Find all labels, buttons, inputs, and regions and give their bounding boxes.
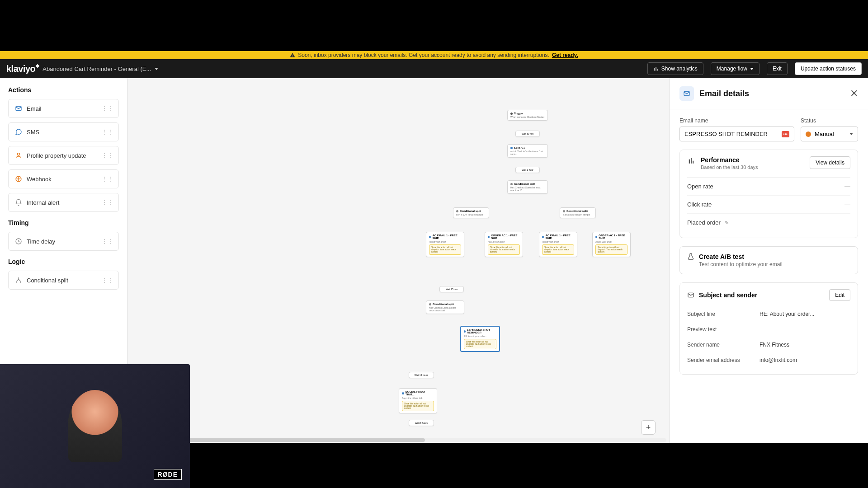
split-icon <box>15 277 22 284</box>
ab-title: Create A/B test <box>699 253 783 260</box>
node-warning: Since this action will not dispatch. You… <box>429 244 461 255</box>
ab-subtitle: Test content to optimize your email <box>699 261 783 267</box>
node-conditional[interactable]: Conditional split is in a 50% random sam… <box>453 207 489 218</box>
flow-title-text: Abandoned Cart Reminder - General (E... <box>42 66 151 72</box>
flow-title-dropdown[interactable]: Abandoned Cart Reminder - General (E... <box>42 66 158 72</box>
metric-label: Placed order <box>687 219 721 226</box>
warning-link[interactable]: Get ready. <box>552 52 578 58</box>
action-profile-update[interactable]: Profile property update ⋮⋮ <box>8 146 119 165</box>
metric-value: — <box>844 183 850 190</box>
node-email[interactable]: ORDER AC 1 - FREE SHIP About your order … <box>485 232 523 257</box>
node-wait[interactable]: Wait 8 hours <box>409 420 434 426</box>
chart-icon <box>653 66 659 71</box>
warning-text: Soon, inbox providers may block your ema… <box>298 52 549 58</box>
performance-card: Performance Based on the last 30 days Vi… <box>679 150 858 238</box>
email-name-value: ESPRESSO SHOT REMINDER <box>684 131 779 137</box>
email-name-input[interactable]: ESPRESSO SHOT REMINDER ••• <box>679 127 794 141</box>
metric-label: Click rate <box>687 201 712 208</box>
preview-text-row: Preview text <box>687 322 850 337</box>
action-internal-alert[interactable]: Internal alert ⋮⋮ <box>8 193 119 212</box>
action-email[interactable]: Email ⋮⋮ <box>8 99 119 118</box>
node-title: Conditional split <box>433 303 454 305</box>
node-warning: Since this action will not dispatch. You… <box>595 244 627 255</box>
subject-sender-title: Subject and sender <box>699 291 825 299</box>
node-title: Trigger <box>514 112 523 115</box>
node-wait[interactable]: Wait 1 hour <box>515 167 540 173</box>
warning-banner: Soon, inbox providers may block your ema… <box>0 51 868 59</box>
node-conditional[interactable]: Conditional split Has Opened Email at le… <box>426 300 464 314</box>
manage-flow-label: Manage flow <box>717 66 747 72</box>
node-subtitle: About your order <box>542 240 574 243</box>
timing-time-delay[interactable]: Time delay ⋮⋮ <box>8 232 119 251</box>
node-subtitle: About your order <box>595 240 627 243</box>
node-wait[interactable]: Wait 15 min <box>439 286 464 292</box>
timing-label: Time delay <box>27 238 55 245</box>
create-ab-test-card[interactable]: Create A/B test Test content to optimize… <box>679 246 858 274</box>
status-dot-icon <box>806 131 811 137</box>
node-subtitle: Say x the others did.. <box>402 397 434 399</box>
close-icon[interactable]: ✕ <box>850 88 858 99</box>
field-value: info@fnxfit.com <box>760 357 850 363</box>
svg-point-1 <box>17 153 19 155</box>
node-email-espresso[interactable]: ESPRESSO SHOT REMINDER RE: About your or… <box>460 326 500 352</box>
node-title: Split A/1 <box>514 146 525 149</box>
subject-sender-card: Subject and sender Edit Subject line RE:… <box>679 282 858 375</box>
node-warning: Since this action will not dispatch. You… <box>542 244 574 255</box>
manage-flow-button[interactable]: Manage flow <box>711 62 760 75</box>
node-split[interactable]: Split A/1 out of "Back in" collection or… <box>507 144 548 158</box>
status-select[interactable]: Manual <box>801 127 858 141</box>
node-warning: Since this action will not dispatch. You… <box>402 401 434 411</box>
clock-icon <box>15 238 22 245</box>
node-email[interactable]: AC EMAIL 1 - FREE SHIP About your order … <box>539 232 577 257</box>
sender-email-row: Sender email address info@fnxfit.com <box>687 352 850 368</box>
action-sms[interactable]: SMS ⋮⋮ <box>8 122 119 141</box>
timing-section-title: Timing <box>8 219 119 226</box>
node-title: SOCIAL PROOF THAT... <box>406 390 434 396</box>
action-label: SMS <box>27 129 39 136</box>
status-label: Status <box>801 117 858 124</box>
field-label: Sender email address <box>687 357 760 363</box>
status-value: Manual <box>815 131 846 137</box>
node-subtitle: About your order <box>429 240 461 243</box>
node-wait[interactable]: Wait 12 hours <box>409 372 434 378</box>
drag-icon: ⋮⋮ <box>101 152 114 159</box>
metric-value: — <box>844 201 850 208</box>
node-subtitle: About your order <box>488 240 520 243</box>
view-details-button[interactable]: View details <box>810 156 850 169</box>
node-trigger[interactable]: Trigger When someone Checkout Started <box>507 110 548 121</box>
node-email[interactable]: ORDER AC 1 - FREE SHIP About your order … <box>592 232 631 257</box>
node-email-social[interactable]: SOCIAL PROOF THAT... Say x the others di… <box>399 388 437 413</box>
metric-click-rate: Click rate — <box>687 196 850 214</box>
performance-subtitle: Based on the last 30 days <box>701 164 805 170</box>
email-name-label: Email name <box>679 117 794 124</box>
metric-label: Open rate <box>687 183 713 190</box>
flow-canvas[interactable]: Trigger When someone Checkout Started Wa… <box>127 78 669 443</box>
drag-icon: ⋮⋮ <box>101 128 114 136</box>
pencil-icon[interactable]: ✎ <box>725 220 729 225</box>
chevron-down-icon <box>750 68 754 70</box>
spellcheck-badge: ••• <box>782 131 789 137</box>
logo[interactable]: klaviyo <box>6 64 35 74</box>
node-conditional[interactable]: Conditional split Has Checkout Started a… <box>507 180 548 194</box>
action-webhook[interactable]: Webhook ⋮⋮ <box>8 169 119 188</box>
canvas-scrollbar[interactable] <box>130 438 666 442</box>
metric-open-rate: Open rate — <box>687 178 850 196</box>
email-details-panel: Email details ✕ Email name ESPRESSO SHOT… <box>669 78 868 443</box>
node-email[interactable]: AC EMAIL 1 - FREE SHIP About your order … <box>426 232 464 257</box>
logic-conditional-split[interactable]: Conditional split ⋮⋮ <box>8 271 119 290</box>
zoom-in-button[interactable]: + <box>641 420 656 435</box>
node-warning: Since this action will not dispatch. You… <box>488 244 520 255</box>
node-subtitle: is in a 50% random sample <box>563 213 593 216</box>
exit-button[interactable]: Exit <box>767 62 788 75</box>
node-title: Conditional split <box>514 183 535 185</box>
node-conditional[interactable]: Conditional split is in a 50% random sam… <box>560 207 596 218</box>
update-action-statuses-button[interactable]: Update action statuses <box>795 62 862 75</box>
node-subtitle: is in a 50% random sample <box>456 213 486 216</box>
node-subtitle: out of "Back in" collection or "out set … <box>510 150 545 155</box>
chevron-down-icon <box>849 133 853 135</box>
chart-icon <box>687 156 696 164</box>
edit-button[interactable]: Edit <box>829 289 850 301</box>
node-title: Conditional split <box>460 210 481 212</box>
node-wait[interactable]: Wait 30 min <box>515 131 540 137</box>
show-analytics-button[interactable]: Show analytics <box>647 62 703 75</box>
